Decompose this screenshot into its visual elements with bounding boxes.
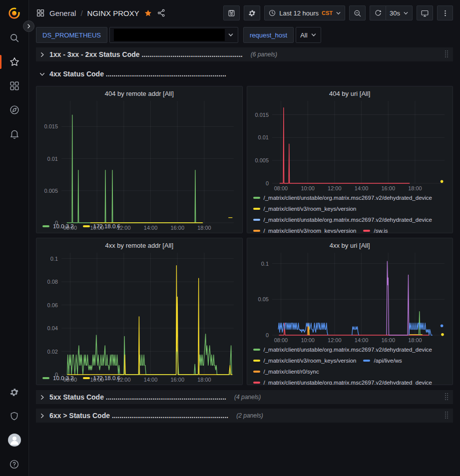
svg-text:0.015: 0.015 — [44, 123, 58, 129]
chevron-down-icon — [336, 10, 341, 16]
sidebar — [0, 0, 29, 476]
legend-label: /sw.js — [374, 228, 388, 233]
tv-kiosk-mode-button[interactable] — [417, 5, 433, 20]
time-series-chart[interactable]: 00.0050.010.01508:0010:0012:0014:0016:00… — [251, 98, 449, 192]
svg-text:08:00: 08:00 — [274, 185, 288, 191]
chevron-down-icon — [39, 71, 45, 77]
svg-text:0.01: 0.01 — [47, 156, 58, 162]
sidebar-item-profile[interactable] — [0, 428, 28, 452]
legend-item[interactable]: /_matrix/client/r0/sync — [253, 366, 319, 377]
legend-swatch — [253, 349, 260, 351]
panel-title[interactable]: 4xx by uri [All] — [251, 240, 449, 250]
time-series-chart[interactable]: 00.020.040.060.080.108:0010:0012:0014:00… — [40, 250, 238, 372]
row-drag-handle[interactable] — [445, 50, 449, 58]
legend-swatch — [253, 208, 260, 210]
dashboard-settings-button[interactable] — [244, 5, 260, 20]
dashboard-canvas: 1xx - 3xx - 2xx Status Code ............… — [29, 47, 460, 476]
refresh-icon — [374, 9, 382, 17]
breadcrumb: General / NGINX PROXY — [36, 8, 166, 17]
svg-text:12:00: 12:00 — [117, 377, 131, 383]
svg-text:0.04: 0.04 — [47, 325, 58, 331]
kebab-menu-icon — [442, 9, 449, 17]
apps-grid-icon — [36, 8, 45, 17]
zoom-out-button[interactable] — [349, 5, 366, 20]
time-series-chart[interactable]: 00.0050.010.01508:0010:0012:0014:0016:00… — [40, 98, 238, 220]
sidebar-item-explore[interactable] — [0, 98, 28, 122]
refresh-interval-dropdown[interactable]: 30s — [386, 5, 413, 20]
svg-text:18:00: 18:00 — [408, 337, 422, 343]
legend-item[interactable]: /_matrix/client/unstable/org.matrix.msc2… — [253, 377, 433, 385]
panel-title[interactable]: 4xx by remote addr [All] — [40, 240, 238, 250]
panel-title[interactable]: 404 by remote addr [All] — [40, 88, 238, 98]
legend-item[interactable]: /_matrix/client/unstable/org.matrix.msc2… — [253, 214, 433, 225]
svg-text:0.02: 0.02 — [47, 349, 58, 355]
svg-text:0.005: 0.005 — [255, 157, 269, 163]
svg-text:0.015: 0.015 — [255, 112, 269, 118]
legend-label: /_matrix/client/v3/room_keys/version — [264, 228, 357, 233]
share-button[interactable] — [157, 8, 166, 17]
chevron-right-icon — [39, 394, 45, 401]
time-series-chart[interactable]: 00.050.108:0010:0012:0014:0016:0018:00 — [251, 250, 449, 344]
chevron-down-icon — [403, 10, 409, 16]
legend-item[interactable]: /_matrix/client/v3/room_keys/version — [253, 355, 357, 366]
sidebar-item-alerting[interactable] — [0, 122, 28, 146]
star-filled-icon — [144, 9, 152, 17]
row-4xx[interactable]: 4xx Status Code ........................… — [36, 66, 453, 81]
legend-item[interactable]: /_matrix/client/v3/room_keys/version — [253, 203, 357, 214]
svg-text:14:00: 14:00 — [144, 225, 158, 231]
row-title: 1xx - 3xx - 2xx Status Code ............… — [49, 50, 243, 58]
svg-text:0: 0 — [265, 332, 268, 338]
legend-item[interactable]: /api/live/ws — [363, 355, 402, 366]
sidebar-expand-button[interactable] — [23, 20, 34, 32]
chevron-down-icon — [228, 32, 234, 38]
sidebar-item-configuration[interactable] — [0, 380, 28, 404]
refresh-button[interactable] — [370, 5, 386, 20]
legend-label: /_matrix/client/unstable/org.matrix.msc2… — [264, 380, 433, 385]
legend-item[interactable]: /sw.js — [363, 225, 388, 233]
svg-text:12:00: 12:00 — [117, 225, 131, 231]
svg-text:0.08: 0.08 — [47, 279, 58, 285]
dashboards-grid-icon — [9, 80, 20, 91]
favorite-star-button[interactable] — [144, 9, 152, 17]
variable-request-host-value[interactable]: All — [296, 27, 321, 43]
shield-icon — [9, 411, 19, 422]
row-panel-count: (6 panels) — [251, 51, 277, 58]
save-dashboard-button[interactable] — [223, 5, 240, 20]
svg-text:16:00: 16:00 — [170, 377, 184, 383]
sidebar-item-help[interactable] — [0, 452, 28, 476]
panel-404-by-uri: 404 by uri [All] 00.0050.010.01508:0010:… — [247, 86, 454, 233]
svg-text:14:00: 14:00 — [144, 377, 158, 383]
row-title: 6xx > Status Code ......................… — [49, 412, 228, 420]
row-drag-handle[interactable] — [445, 393, 449, 401]
variable-datasource-value[interactable] — [109, 27, 238, 43]
breadcrumb-section[interactable]: General — [49, 9, 76, 17]
monitor-icon — [421, 9, 429, 17]
svg-text:14:00: 14:00 — [354, 337, 368, 343]
svg-text:14:00: 14:00 — [354, 185, 368, 191]
breadcrumb-dashboard-title[interactable]: NGINX PROXY — [87, 9, 139, 17]
share-icon — [157, 8, 166, 17]
more-options-button[interactable] — [437, 5, 453, 20]
row-6xx[interactable]: 6xx > Status Code ......................… — [36, 409, 453, 423]
row-drag-handle[interactable] — [445, 412, 449, 420]
svg-text:10:00: 10:00 — [301, 337, 315, 343]
svg-text:0: 0 — [55, 372, 58, 378]
sidebar-item-server-admin[interactable] — [0, 404, 28, 428]
row-5xx[interactable]: 5xx Status Code ........................… — [36, 390, 453, 404]
row-panel-count: (4 panels) — [234, 394, 261, 401]
sidebar-item-starred[interactable] — [0, 50, 28, 74]
panel-title[interactable]: 404 by uri [All] — [251, 88, 449, 98]
svg-text:12:00: 12:00 — [328, 337, 342, 343]
zoom-out-icon — [353, 9, 362, 17]
gear-icon — [248, 9, 256, 17]
sidebar-item-dashboards[interactable] — [0, 74, 28, 98]
row-1xx-3xx-2xx[interactable]: 1xx - 3xx - 2xx Status Code ............… — [36, 47, 453, 61]
legend-item[interactable]: /_matrix/client/v3/room_keys/version — [253, 225, 357, 233]
save-icon — [227, 9, 236, 17]
legend-item[interactable]: /_matrix/client/unstable/org.matrix.msc2… — [253, 344, 433, 355]
time-range-picker[interactable]: Last 12 hours CST — [264, 5, 345, 20]
legend-item[interactable]: /_matrix/client/unstable/org.matrix.msc2… — [253, 192, 433, 203]
bell-icon — [9, 128, 20, 139]
person-icon — [8, 434, 21, 447]
timezone-label: CST — [322, 10, 333, 16]
